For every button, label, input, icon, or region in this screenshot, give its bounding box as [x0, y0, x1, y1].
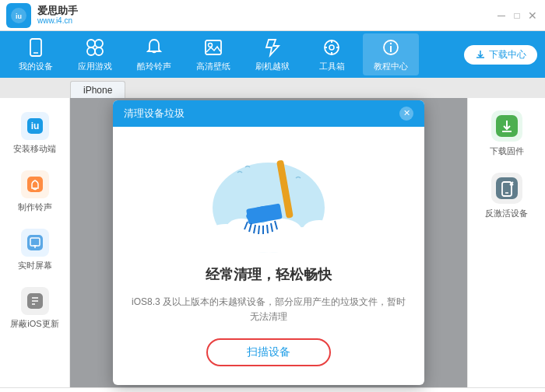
right-download-firmware[interactable]: 下载固件: [490, 110, 524, 157]
svg-text:iu: iu: [16, 12, 22, 20]
svg-text:iu: iu: [30, 121, 39, 131]
sidebar-screen-label: 实时屏幕: [18, 260, 52, 271]
right-deactivate-label: 反激活设备: [485, 208, 528, 219]
download-firmware-icon: [491, 110, 522, 142]
svg-point-11: [329, 45, 334, 50]
install-app-icon: iu: [21, 112, 49, 140]
download-center-label: 下载中心: [489, 48, 526, 61]
nav-ringtone-label: 酷玲铃声: [137, 61, 171, 72]
modal-body: 经常清理，轻松畅快 iOS8.3 及以上版本的未越狱设备，部分应用产生的垃圾文件…: [113, 127, 424, 385]
nav-wallpaper-label: 高清壁纸: [196, 61, 230, 72]
sidebar-install-app[interactable]: iu 安装移动端: [0, 104, 69, 163]
ringtone-sidebar-icon: [21, 170, 49, 198]
ios-update-sidebar-icon: [21, 287, 49, 315]
phone-icon: [25, 37, 47, 58]
info-icon: [380, 37, 402, 58]
modal-header: 清理设备垃圾 ✕: [113, 100, 424, 127]
nav-app-game[interactable]: 应用游戏: [67, 33, 123, 75]
nav-wallpaper[interactable]: 高清壁纸: [185, 33, 241, 75]
app-title: 爱思助手 www.i4.cn: [37, 5, 78, 26]
svg-line-41: [258, 226, 259, 234]
sidebar-install-app-label: 安装移动端: [13, 143, 56, 155]
clean-device-modal: 清理设备垃圾 ✕: [113, 100, 424, 385]
right-panel: 下载固件 反激活设备: [467, 98, 545, 387]
sidebar: iu 安装移动端 制作铃声: [0, 98, 70, 387]
svg-point-6: [87, 47, 95, 55]
maximize-button[interactable]: □: [511, 9, 523, 22]
svg-point-4: [87, 40, 95, 47]
screen-sidebar-icon: [21, 229, 49, 257]
modal-heading: 经常清理，轻松畅快: [206, 265, 332, 284]
right-deactivate[interactable]: 反激活设备: [485, 173, 528, 219]
svg-point-5: [95, 40, 103, 47]
content-area: iu 安装移动端 制作铃声: [0, 98, 545, 387]
nav-app-game-label: 应用游戏: [78, 61, 112, 72]
nav-tools[interactable]: 工具箱: [304, 33, 360, 75]
modal-close-button[interactable]: ✕: [399, 107, 413, 121]
title-bar: iu 爱思助手 www.i4.cn ─ □ ✕: [0, 0, 545, 31]
svg-point-7: [95, 47, 103, 55]
bottom-bar: 阻止iTunes自动运行 V7.66 检查更新 微信公众号: [0, 387, 545, 392]
main-content: 清理设备垃圾 ✕: [70, 98, 467, 387]
modal-title: 清理设备垃圾: [124, 107, 185, 121]
sidebar-ringtone[interactable]: 制作铃声: [0, 163, 69, 221]
svg-line-43: [267, 225, 268, 233]
sidebar-screen[interactable]: 实时屏幕: [0, 221, 69, 279]
nav-flash[interactable]: 刷机越狱: [244, 33, 301, 75]
nav-tools-label: 工具箱: [319, 61, 345, 72]
wallpaper-icon: [202, 37, 224, 58]
nav-tutorial-label: 教程中心: [374, 61, 408, 72]
window-controls: ─ □ ✕: [495, 9, 539, 22]
minimize-button[interactable]: ─: [495, 9, 508, 22]
download-center-button[interactable]: 下载中心: [464, 45, 537, 65]
sidebar-ios-update[interactable]: 屏蔽iOS更新: [0, 279, 69, 338]
modal-description: iOS8.3 及以上版本的未越狱设备，部分应用产生的垃圾文件，暂时无法清理: [128, 295, 409, 324]
nav-my-device-label: 我的设备: [19, 61, 53, 72]
title-bar-left: iu 爱思助手 www.i4.cn: [6, 3, 78, 28]
tools-icon: [321, 37, 343, 58]
flash-icon: [262, 37, 283, 58]
nav-flash-label: 刷机越狱: [255, 61, 290, 72]
close-button[interactable]: ✕: [526, 9, 539, 22]
bell-icon: [143, 37, 165, 58]
svg-rect-8: [206, 40, 221, 54]
svg-point-18: [390, 43, 392, 44]
deactivate-icon: [491, 173, 522, 204]
nav-my-device[interactable]: 我的设备: [8, 33, 64, 75]
modal-overlay: 清理设备垃圾 ✕: [70, 98, 467, 387]
nav-tutorial[interactable]: 教程中心: [363, 33, 419, 75]
right-download-firmware-label: 下载固件: [490, 145, 524, 157]
top-nav: 我的设备 应用游戏 酷玲铃声: [0, 31, 545, 78]
sidebar-ringtone-label: 制作铃声: [18, 201, 52, 213]
app-logo: iu: [6, 3, 31, 28]
modal-illustration: [202, 145, 335, 254]
iphone-tab[interactable]: iPhone: [70, 81, 125, 98]
scan-device-button[interactable]: 扫描设备: [206, 338, 331, 366]
svg-point-34: [258, 219, 302, 243]
sidebar-ios-update-label: 屏蔽iOS更新: [10, 318, 58, 330]
nav-ringtone[interactable]: 酷玲铃声: [126, 33, 182, 75]
device-tab-strip: iPhone: [0, 78, 545, 98]
svg-point-9: [209, 44, 213, 47]
app-icon: [84, 37, 106, 58]
